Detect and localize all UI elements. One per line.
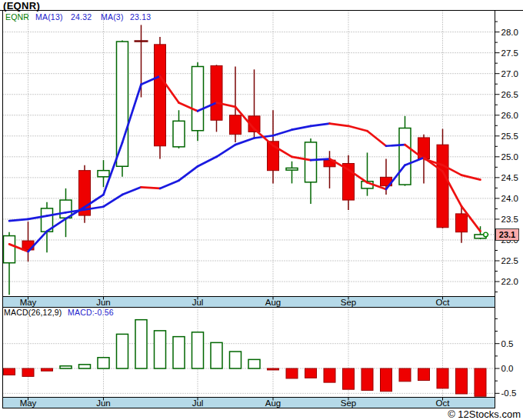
candle-body xyxy=(98,171,109,177)
macd-bar-positive xyxy=(60,366,72,368)
macd-bar-negative xyxy=(4,368,15,375)
macd-bar-negative xyxy=(361,368,373,390)
month-label: May xyxy=(20,398,37,408)
macd-bar-negative xyxy=(475,368,486,396)
macd-bar-positive xyxy=(155,331,166,368)
ma-segment xyxy=(386,145,405,146)
macd-bar-negative xyxy=(286,368,298,378)
macd-bar-negative xyxy=(324,368,335,382)
candle-down xyxy=(22,222,34,262)
legend-ma3-label: MA(3) xyxy=(101,12,124,22)
legend-symbol: EQNR xyxy=(5,12,29,22)
macd-bar-negative xyxy=(399,368,411,382)
legend-ma13-label: MA(13) xyxy=(35,12,63,22)
ma-segment xyxy=(217,145,236,157)
ma-segment xyxy=(160,181,179,188)
month-label: Sep xyxy=(341,398,356,408)
price-tick-label: 27.0 xyxy=(501,69,518,78)
ma-segment xyxy=(311,124,330,126)
gridlines xyxy=(3,11,495,398)
macd-header-value: MACD:-0.56 xyxy=(68,308,114,317)
candle-body xyxy=(155,45,166,146)
legend-ma13-value: 24.32 xyxy=(71,12,92,22)
candle-down xyxy=(324,151,335,188)
last-price-circle-icon xyxy=(484,232,488,237)
macd-bar-positive xyxy=(79,365,91,368)
candle-body xyxy=(4,236,15,263)
price-tick-label: 25.5 xyxy=(501,132,518,141)
candle-body xyxy=(211,65,222,120)
macd-tick-label: 0.0 xyxy=(501,364,514,373)
candle-down xyxy=(155,37,166,158)
macd-bar-positive xyxy=(98,358,109,368)
page-title: (EQNR) xyxy=(3,0,40,12)
macd-bar-positive xyxy=(192,332,204,368)
ma-segment xyxy=(368,131,387,145)
candle-up xyxy=(399,116,411,186)
macd-bar-negative xyxy=(268,368,279,370)
price-tick-label: 28.0 xyxy=(501,28,518,37)
month-label: Oct xyxy=(436,298,451,307)
price-tick-label: 27.5 xyxy=(501,48,518,58)
candle-up xyxy=(286,162,298,184)
candle-down xyxy=(343,155,355,210)
macd-bar-negative xyxy=(343,368,355,389)
ma-segment xyxy=(179,166,198,180)
macd-bar-negative xyxy=(381,368,392,392)
candle-body xyxy=(173,121,185,147)
ma-segment xyxy=(311,159,330,161)
chart-canvas: MayJunJulAugSepOctMayJunJulAugSepOct28.0… xyxy=(0,0,523,420)
candle-body xyxy=(305,142,317,182)
stock-chart-window: MayJunJulAugSepOctMayJunJulAugSepOct28.0… xyxy=(0,0,523,420)
macd-bar-negative xyxy=(305,368,317,378)
price-tick-label: 22.5 xyxy=(501,256,518,265)
watermark: © 12Stocks.com xyxy=(448,408,521,420)
candle-up xyxy=(173,110,185,148)
month-label: Oct xyxy=(436,398,451,408)
macd-bar-positive xyxy=(248,359,260,368)
candle-body xyxy=(286,168,298,170)
month-label: Jun xyxy=(96,398,111,408)
ma-segment xyxy=(122,187,142,195)
candle-body xyxy=(230,115,242,135)
month-label: Aug xyxy=(265,398,281,408)
macd-bar-negative xyxy=(456,368,468,394)
macd-bar-negative xyxy=(418,368,430,381)
ma-segment xyxy=(104,195,123,207)
month-label: Aug xyxy=(265,298,281,307)
candle-body xyxy=(437,145,448,228)
candle-down xyxy=(79,165,91,223)
macd-bar-positive xyxy=(211,342,222,368)
ma3-line xyxy=(9,76,481,252)
macd-tick-label: 0.5 xyxy=(501,339,514,348)
macd-bar-positive xyxy=(117,334,128,368)
ma-segment xyxy=(273,130,292,136)
last-price-tag: 23.1 xyxy=(495,228,519,241)
candle-down xyxy=(211,65,222,132)
ma-segment xyxy=(142,187,161,188)
ma-segment xyxy=(104,142,123,195)
macd-bar-negative xyxy=(42,368,53,371)
candle-body xyxy=(117,42,128,166)
month-label: Jul xyxy=(192,298,204,307)
candle-up xyxy=(4,232,15,295)
candlesticks xyxy=(4,25,487,295)
month-label: Jun xyxy=(96,298,111,307)
candle-body xyxy=(192,66,204,130)
price-tick-label: 26.0 xyxy=(501,111,518,120)
month-label: May xyxy=(20,298,37,307)
month-label: Sep xyxy=(341,298,356,307)
candle-body xyxy=(399,128,411,185)
candle-up xyxy=(42,202,53,252)
candle-up xyxy=(192,62,204,141)
macd-header-label: MACD(26,12,9) xyxy=(4,308,62,317)
ma-segment xyxy=(198,157,217,166)
price-tick-label: 23.5 xyxy=(501,215,518,224)
ma-segment xyxy=(235,138,255,145)
month-strip xyxy=(3,398,495,408)
price-axis: 28.027.527.026.526.025.525.024.524.023.5… xyxy=(495,22,518,292)
macd-axis: 0.50.0-0.5 xyxy=(495,318,517,398)
legend-ma3-value: 23.13 xyxy=(130,12,151,22)
month-strip xyxy=(3,297,495,308)
macd-bar-negative xyxy=(22,368,34,376)
